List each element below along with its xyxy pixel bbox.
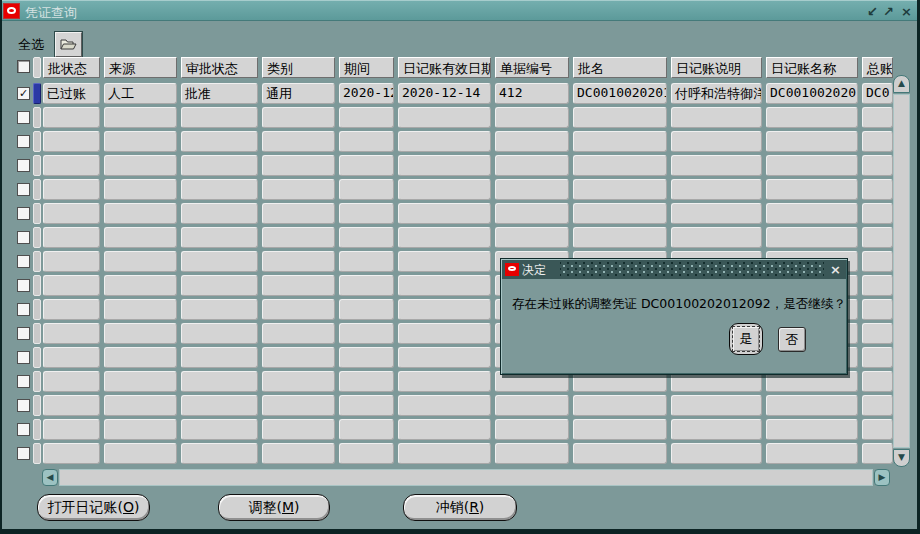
table-cell[interactable] [181,299,258,320]
record-indicator[interactable] [33,107,41,128]
table-cell[interactable] [339,395,394,416]
table-cell[interactable] [398,107,491,128]
table-cell[interactable] [862,179,893,200]
table-cell[interactable] [43,227,100,248]
table-cell[interactable] [181,131,258,152]
table-cell[interactable] [43,371,100,392]
record-indicator[interactable] [33,347,41,368]
table-cell[interactable] [181,275,258,296]
table-cell[interactable]: 批准 [181,83,258,104]
table-cell[interactable] [398,395,491,416]
minimize-icon[interactable]: ↙ [865,3,880,20]
table-cell[interactable] [43,107,100,128]
footer-button-m[interactable]: 调整(M) [218,494,330,521]
select-all-checkbox[interactable] [17,60,30,73]
record-indicator[interactable] [33,395,41,416]
table-cell[interactable] [398,323,491,344]
record-indicator[interactable] [33,155,41,176]
table-cell[interactable] [398,443,491,464]
table-cell[interactable] [766,155,858,176]
table-cell[interactable] [43,323,100,344]
table-cell[interactable] [495,227,569,248]
record-indicator[interactable] [33,275,41,296]
table-cell[interactable] [495,131,569,152]
table-cell[interactable] [862,131,893,152]
record-indicator[interactable] [33,203,41,224]
table-cell[interactable] [339,371,394,392]
row-checkbox[interactable] [17,327,30,340]
row-checkbox[interactable] [17,447,30,460]
table-cell[interactable] [671,419,762,440]
table-cell[interactable] [262,443,335,464]
scroll-up-icon[interactable]: ▲ [893,75,910,93]
table-cell[interactable] [495,179,569,200]
table-cell[interactable] [573,107,667,128]
table-cell[interactable] [339,107,394,128]
table-cell[interactable] [862,443,893,464]
table-cell[interactable] [262,227,335,248]
table-cell[interactable] [766,179,858,200]
table-cell[interactable] [43,203,100,224]
table-cell[interactable] [104,299,177,320]
table-cell[interactable] [43,299,100,320]
table-cell[interactable] [495,395,569,416]
table-cell[interactable] [573,227,667,248]
table-cell[interactable] [181,227,258,248]
scroll-left-icon[interactable]: ◀ [42,469,58,486]
row-checkbox[interactable] [17,255,30,268]
table-cell[interactable]: 已过账 [43,83,100,104]
table-cell[interactable]: 人工 [104,83,177,104]
table-cell[interactable] [43,443,100,464]
record-indicator[interactable] [33,227,41,248]
table-cell[interactable] [104,179,177,200]
table-cell[interactable] [495,443,569,464]
table-cell[interactable] [862,251,893,272]
table-cell[interactable] [398,275,491,296]
table-cell[interactable] [339,203,394,224]
table-cell[interactable] [398,131,491,152]
table-cell[interactable] [43,155,100,176]
record-indicator[interactable] [33,323,41,344]
table-cell[interactable] [339,155,394,176]
table-cell[interactable] [766,395,858,416]
row-checkbox[interactable]: ✓ [17,87,30,100]
table-cell[interactable]: DC00100202012 [766,83,858,104]
table-cell[interactable] [43,251,100,272]
record-indicator[interactable] [33,179,41,200]
record-indicator[interactable] [33,419,41,440]
table-cell[interactable]: 2020-12 [339,83,394,104]
table-cell[interactable] [339,323,394,344]
table-cell[interactable] [573,419,667,440]
table-cell[interactable] [495,203,569,224]
table-cell[interactable] [862,323,893,344]
close-icon[interactable]: × [899,3,914,20]
table-cell[interactable] [339,131,394,152]
table-cell[interactable] [398,179,491,200]
scroll-right-icon[interactable]: ▶ [874,469,890,486]
table-cell[interactable] [262,299,335,320]
table-cell[interactable] [262,179,335,200]
table-cell[interactable] [104,131,177,152]
table-cell[interactable] [766,443,858,464]
row-checkbox[interactable] [17,351,30,364]
row-checkbox[interactable] [17,159,30,172]
table-cell[interactable] [104,323,177,344]
table-cell[interactable]: DC00100202012 [573,83,667,104]
table-cell[interactable] [495,419,569,440]
open-folder-button[interactable] [55,32,82,57]
vertical-scrollbar-thumb[interactable] [893,94,910,448]
restore-icon[interactable]: ↗ [881,3,896,20]
table-cell[interactable] [398,419,491,440]
record-indicator[interactable] [33,371,41,392]
footer-button-r[interactable]: 冲销(R) [403,494,517,521]
table-cell[interactable] [398,227,491,248]
table-cell[interactable] [262,131,335,152]
table-cell[interactable] [262,203,335,224]
table-cell[interactable] [104,107,177,128]
table-cell[interactable] [181,395,258,416]
dialog-close-icon[interactable]: × [830,261,841,278]
table-cell[interactable] [862,275,893,296]
table-cell[interactable] [671,131,762,152]
table-cell[interactable] [862,155,893,176]
table-cell[interactable] [573,395,667,416]
